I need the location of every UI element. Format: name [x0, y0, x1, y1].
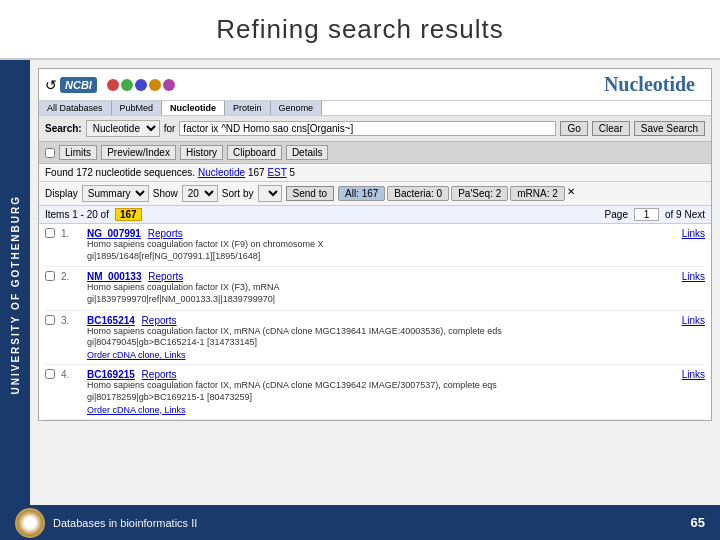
results-header: Found 172 nucleotide sequences. Nucleoti… [39, 164, 711, 182]
search-area: Search: Nucleotide for Go Clear Save Sea… [39, 116, 711, 142]
db-tab-all[interactable]: All Databases [39, 101, 112, 115]
main-content: ↺ NCBI Nucleotide All Databases PubMed N… [30, 60, 720, 520]
results-list: 1. NG_007991 Reports Homo sapiens coagul… [39, 224, 711, 420]
limits-checkbox[interactable] [45, 148, 55, 158]
table-row: 1. NG_007991 Reports Homo sapiens coagul… [45, 224, 705, 267]
page-title: Refining search results [216, 14, 503, 45]
send-to-button[interactable]: Send to [286, 186, 334, 201]
found-text: Found 172 nucleotide sequences. [45, 167, 195, 178]
result-content-3: BC165214 Reports Homo sapiens coagulatio… [87, 315, 669, 360]
search-for-label: for [164, 123, 176, 134]
result-num-2: 2. [61, 271, 81, 305]
blob4 [149, 79, 161, 91]
nucleotide-logo: Nucleotide [604, 73, 695, 96]
result-accession-4[interactable]: BC169215 [87, 369, 135, 380]
page-number: 65 [691, 515, 705, 530]
result-num-1: 1. [61, 228, 81, 262]
filter-tabs: All: 167 Bacteria: 0 Pa'Seq: 2 mRNA: 2 ✕ [338, 186, 575, 201]
blob1 [107, 79, 119, 91]
clear-button[interactable]: Clear [592, 121, 630, 136]
items-count: 167 [115, 208, 142, 221]
display-label: Display [45, 188, 78, 199]
go-button[interactable]: Go [560, 121, 587, 136]
db-tab-protein[interactable]: Protein [225, 101, 271, 115]
close-filter-icon[interactable]: ✕ [567, 186, 575, 201]
university-sidebar: UNIVERSITY OF GOTHENBURG [0, 60, 30, 530]
result-checkbox-2[interactable] [45, 271, 55, 281]
result-gi-4: gi|80178259|gb>BC169215-1 [80473259] [87, 392, 669, 404]
result-content-1: NG_007991 Reports Homo sapiens coagulati… [87, 228, 669, 262]
items-bar: Items 1 - 20 of 167 Page of 9 Next [39, 206, 711, 224]
result-content-2: NM_000133 Reports Homo sapiens coagulati… [87, 271, 669, 305]
search-label: Search: [45, 123, 82, 134]
tab-preview[interactable]: Preview/Index [101, 145, 176, 160]
result-checkbox-4[interactable] [45, 369, 55, 379]
tab-clipboard[interactable]: Clipboard [227, 145, 282, 160]
result-content-4: BC169215 Reports Homo sapiens coagulatio… [87, 369, 669, 414]
result-checkbox-1[interactable] [45, 228, 55, 238]
filter-paseq[interactable]: Pa'Seq: 2 [451, 186, 508, 201]
table-row: 3. BC165214 Reports Homo sapiens coagula… [45, 311, 705, 365]
result-links-3[interactable]: Links [675, 315, 705, 360]
result-accession-1[interactable]: NG_007991 [87, 228, 141, 239]
result-desc-3: Homo sapiens coagulation factor IX, mRNA… [87, 326, 669, 338]
sort-dropdown[interactable] [258, 185, 282, 202]
count1: 167 [248, 167, 265, 178]
navigation-tabs: Limits Preview/Index History Clipboard D… [39, 142, 711, 164]
result-links-4[interactable]: Links [675, 369, 705, 414]
footer: Databases in bioinformatics II 65 [0, 505, 720, 540]
search-db-dropdown[interactable]: Nucleotide [86, 120, 160, 137]
db-tab-genome[interactable]: Genome [271, 101, 323, 115]
result-type-4[interactable]: Reports [142, 369, 177, 380]
tab-details[interactable]: Details [286, 145, 329, 160]
university-name: UNIVERSITY OF GOTHENBURG [10, 195, 21, 395]
page-input[interactable] [634, 208, 659, 221]
result-gi-3: gi|80479045|gb>BC165214-1 [314733145] [87, 337, 669, 349]
ncbi-logo: ↺ NCBI [45, 77, 97, 93]
search-input[interactable] [179, 121, 556, 136]
filter-bacteria[interactable]: Bacteria: 0 [387, 186, 449, 201]
page-header: Refining search results [0, 0, 720, 60]
nucleotide-link[interactable]: Nucleotide [198, 167, 245, 178]
items-text: Items 1 - 20 of [45, 209, 109, 220]
tab-history[interactable]: History [180, 145, 223, 160]
result-accession-2[interactable]: NM_000133 [87, 271, 141, 282]
result-type-1[interactable]: Reports [148, 228, 183, 239]
result-num-3: 3. [61, 315, 81, 360]
display-controls: Display Summary Show 20 Sort by Send to … [39, 182, 711, 206]
page-label: Page [605, 209, 628, 220]
table-row: 4. BC169215 Reports Homo sapiens coagula… [45, 365, 705, 419]
order-link-3[interactable]: Order cDNA clone, Links [87, 350, 186, 360]
result-num-4: 4. [61, 369, 81, 414]
display-dropdown[interactable]: Summary [82, 185, 149, 202]
ncbi-logo-text: NCBI [60, 77, 97, 93]
tab-limits[interactable]: Limits [59, 145, 97, 160]
blob3 [135, 79, 147, 91]
show-label: Show [153, 188, 178, 199]
blob2 [121, 79, 133, 91]
result-links-2[interactable]: Links [675, 271, 705, 305]
result-gi-2: gi|1839799970|ref|NM_000133.3||183979997… [87, 294, 669, 306]
result-accession-3[interactable]: BC165214 [87, 315, 135, 326]
save-search-button[interactable]: Save Search [634, 121, 705, 136]
result-gi-1: gi|1895/1648[ref|NG_007991.1][1895/1648] [87, 251, 669, 263]
result-type-3[interactable]: Reports [142, 315, 177, 326]
dna-decoration [107, 79, 175, 91]
result-desc-4: Homo sapiens coagulation factor IX, mRNA… [87, 380, 669, 392]
est-link[interactable]: EST [267, 167, 286, 178]
order-link-4[interactable]: Order cDNA clone, Links [87, 405, 186, 415]
result-links-1[interactable]: Links [675, 228, 705, 262]
ncbi-browser: ↺ NCBI Nucleotide All Databases PubMed N… [38, 68, 712, 421]
database-tabs: All Databases PubMed Nucleotide Protein … [39, 101, 711, 116]
ncbi-logo-icon: ↺ [45, 77, 57, 93]
result-checkbox-3[interactable] [45, 315, 55, 325]
ncbi-header: ↺ NCBI Nucleotide [39, 69, 711, 101]
db-tab-pubmed[interactable]: PubMed [112, 101, 163, 115]
db-tab-nucleotide[interactable]: Nucleotide [162, 101, 225, 115]
show-dropdown[interactable]: 20 [182, 185, 218, 202]
result-type-2[interactable]: Reports [148, 271, 183, 282]
filter-all[interactable]: All: 167 [338, 186, 385, 201]
filter-mrna[interactable]: mRNA: 2 [510, 186, 565, 201]
result-desc-2: Homo sapiens coagulation factor IX (F3),… [87, 282, 669, 294]
blob5 [163, 79, 175, 91]
